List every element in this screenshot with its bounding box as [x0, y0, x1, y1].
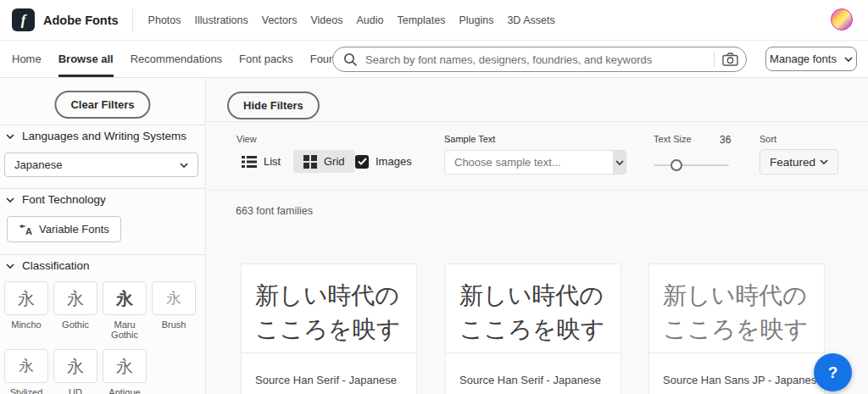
- text-size-slider[interactable]: [654, 159, 729, 171]
- manage-fonts-button[interactable]: Manage fonts: [765, 47, 857, 71]
- font-card-source-han-sans-jp[interactable]: 新しい時代の こころを映す Source Han Sans JP - Japan…: [648, 264, 825, 394]
- language-select-value: Japanese: [14, 158, 180, 171]
- classification-mincho[interactable]: 永 Mincho: [4, 281, 48, 340]
- classification-antique[interactable]: 永 Antique: [103, 349, 147, 394]
- chevron-down-icon: [6, 197, 14, 203]
- user-avatar[interactable]: [831, 8, 853, 31]
- font-sample-text: 新しい時代の こころを映す: [446, 264, 620, 353]
- classification-ud[interactable]: 永 UD: [53, 349, 97, 394]
- classification-section-header[interactable]: Classification: [6, 259, 90, 272]
- sort-select[interactable]: Featured: [760, 149, 838, 175]
- results-panel: Hide Filters View List Grid Images Sampl…: [207, 78, 868, 394]
- topnav-item-vectors[interactable]: Vectors: [262, 14, 298, 26]
- sample-text-chevron-button[interactable]: [613, 151, 626, 174]
- chevron-down-icon: [6, 134, 14, 139]
- ei-glyph: 永: [166, 288, 181, 308]
- classification-gothic[interactable]: 永 Gothic: [53, 281, 97, 340]
- font-sample-text: 新しい時代の こころを映す: [242, 264, 416, 353]
- chevron-down-icon: [844, 57, 853, 62]
- classification-brush[interactable]: 永 Brush: [152, 281, 196, 340]
- subnav-item-home[interactable]: Home: [12, 41, 42, 77]
- question-mark-icon: ?: [828, 363, 838, 382]
- variable-fonts-icon: A: [19, 223, 32, 236]
- subnav-item-browse-all[interactable]: Browse all: [58, 41, 114, 77]
- chevron-down-icon: [180, 163, 188, 168]
- subnav-item-recommendations[interactable]: Recommendations: [131, 41, 222, 77]
- classification-tile[interactable]: 永: [4, 349, 48, 383]
- adobe-fonts-logo-icon[interactable]: f: [12, 8, 35, 31]
- results-count: 663 font families: [236, 205, 313, 217]
- topnav-item-audio[interactable]: Audio: [356, 14, 383, 26]
- font-family-name[interactable]: Source Han Sans JP - Japanese: [663, 374, 824, 386]
- brand-title[interactable]: Adobe Fonts: [43, 14, 119, 27]
- clear-filters-button[interactable]: Clear Filters: [54, 91, 150, 119]
- check-icon: [358, 158, 367, 165]
- topnav-item-illustrations[interactable]: Illustrations: [195, 14, 248, 26]
- font-card-source-han-serif-2[interactable]: 新しい時代の こころを映す Source Han Serif - Japanes…: [445, 264, 621, 394]
- ei-glyph: 永: [67, 355, 84, 378]
- sub-navigation-bar: Home Browse all Recommendations Font pac…: [0, 41, 868, 78]
- topnav-item-3d-assets[interactable]: 3D Assets: [507, 14, 554, 26]
- text-size-label: Text Size: [654, 134, 692, 144]
- search-input[interactable]: [365, 53, 706, 66]
- svg-text:A: A: [25, 226, 32, 236]
- classification-tile[interactable]: 永: [152, 281, 196, 315]
- top-navigation: Photos Illustrations Vectors Videos Audi…: [148, 14, 555, 26]
- divider: [207, 190, 868, 191]
- ei-glyph: 永: [116, 287, 133, 310]
- language-select[interactable]: Japanese: [4, 153, 198, 177]
- font-family-name[interactable]: Source Han Serif - Japanese: [459, 374, 620, 386]
- list-view-icon: [242, 155, 257, 169]
- grid-view-icon: [303, 155, 317, 169]
- languages-section-header[interactable]: Languages and Writing Systems: [6, 130, 186, 142]
- sort-select-value: Featured: [770, 156, 820, 169]
- font-card-source-han-serif[interactable]: 新しい時代の こころを映す Source Han Serif - Japanes…: [241, 264, 417, 394]
- ei-glyph: 永: [18, 287, 35, 310]
- divider: [0, 254, 205, 255]
- font-technology-section-header[interactable]: Font Technology: [6, 193, 106, 206]
- hide-filters-button[interactable]: Hide Filters: [227, 92, 320, 119]
- classification-grid: 永 Mincho 永 Gothic 永 Maru Gothic 永 Brush …: [4, 281, 203, 394]
- classification-stylized[interactable]: 永 Stylized: [4, 349, 48, 394]
- sample-text-dropdown[interactable]: [444, 150, 626, 175]
- divider: [207, 121, 868, 122]
- divider: [132, 9, 133, 31]
- classification-maru-gothic[interactable]: 永 Maru Gothic: [103, 281, 147, 340]
- classification-tile[interactable]: 永: [103, 349, 147, 383]
- images-toggle[interactable]: Images: [355, 150, 412, 173]
- divider: [714, 52, 715, 67]
- ei-glyph: 永: [116, 355, 133, 378]
- sample-text-input[interactable]: [445, 151, 613, 174]
- subnav-item-font-packs[interactable]: Font packs: [239, 41, 293, 77]
- grid-view-toggle[interactable]: Grid: [293, 150, 355, 173]
- search-icon: [343, 53, 358, 67]
- view-label: View: [236, 134, 257, 144]
- list-view-toggle[interactable]: List: [242, 150, 281, 173]
- variable-fonts-filter-button[interactable]: A Variable Fonts: [7, 216, 121, 242]
- slider-knob[interactable]: [670, 159, 682, 171]
- classification-tile[interactable]: 永: [53, 281, 97, 315]
- topnav-item-videos[interactable]: Videos: [310, 14, 342, 26]
- classification-tile[interactable]: 永: [53, 349, 97, 383]
- divider: [0, 188, 205, 189]
- ei-glyph: 永: [19, 356, 34, 376]
- chevron-down-icon: [820, 159, 828, 164]
- topnav-item-templates[interactable]: Templates: [397, 14, 445, 26]
- camera-search-icon[interactable]: [722, 53, 738, 66]
- topnav-item-plugins[interactable]: Plugins: [459, 14, 493, 26]
- classification-tile[interactable]: 永: [4, 281, 48, 315]
- chevron-down-icon: [615, 160, 624, 165]
- sample-text-label: Sample Text: [444, 134, 495, 144]
- font-family-name[interactable]: Source Han Serif - Japanese: [255, 374, 416, 386]
- search-bar[interactable]: [332, 47, 747, 72]
- top-bar: f Adobe Fonts Photos Illustrations Vecto…: [0, 0, 868, 41]
- slider-track[interactable]: [654, 164, 729, 166]
- filters-sidebar: Clear Filters Languages and Writing Syst…: [0, 78, 206, 394]
- help-button[interactable]: ?: [814, 353, 852, 391]
- classification-tile[interactable]: 永: [103, 281, 147, 315]
- topnav-item-photos[interactable]: Photos: [148, 14, 181, 26]
- font-sample-text: 新しい時代の こころを映す: [649, 264, 824, 353]
- images-checkbox[interactable]: [355, 155, 369, 169]
- divider: [0, 125, 205, 125]
- text-size-value: 36: [720, 134, 731, 146]
